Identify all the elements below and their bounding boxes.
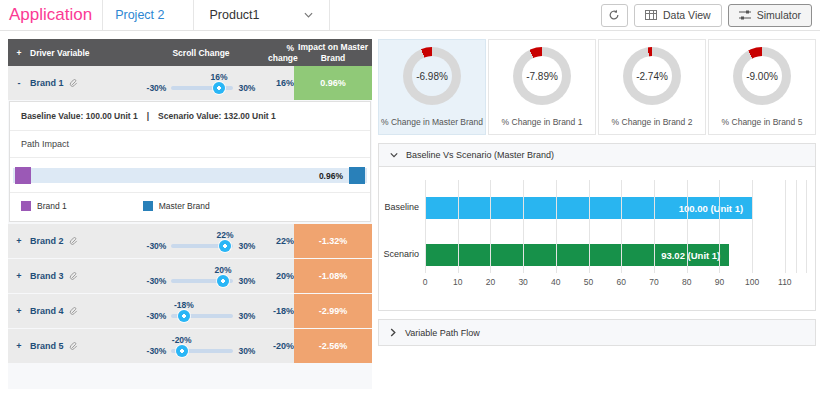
slider-max-label: 30%: [238, 311, 255, 321]
slider-handle[interactable]: [178, 310, 190, 322]
header-driver-variable: Driver Variable: [30, 48, 134, 58]
value-divider: |: [147, 111, 149, 121]
gridline: [556, 180, 557, 273]
path-impact-value: 0.96%: [319, 171, 343, 181]
donut-gauge: -6.98%: [403, 47, 461, 105]
gauge-label: % Change in Master Brand: [379, 117, 485, 127]
gauge-value: -6.98%: [412, 56, 452, 96]
gridline: [806, 180, 807, 273]
baseline-vs-scenario-header[interactable]: Baseline Vs Scenario (Master Brand): [379, 144, 815, 167]
gridline: [719, 180, 720, 273]
slider-handle[interactable]: [213, 82, 225, 94]
path-impact-bar[interactable]: 0.96%: [13, 168, 367, 183]
expand-row-icon[interactable]: +: [8, 224, 30, 258]
brand-1-detail-card: Baseline Value: 100.00 Unit 1 | Scenario…: [9, 101, 371, 222]
scroll-change-slider[interactable]: -20%: [171, 349, 233, 353]
project-link[interactable]: Project 2: [103, 8, 192, 22]
slider-value-bubble: 16%: [210, 72, 227, 82]
gauge-brand-2[interactable]: -2.74% % Change in Brand 2: [598, 39, 706, 135]
category-label-scenario: Scenario: [379, 249, 419, 259]
collapse-row-icon[interactable]: -: [8, 66, 30, 100]
header-scroll-change: Scroll Change: [134, 48, 268, 58]
product-select[interactable]: Product1: [193, 0, 330, 30]
brand-3-label: Brand 3: [30, 271, 64, 281]
slider-value-bubble: -20%: [172, 335, 192, 345]
results-panel: -6.98% % Change in Master Brand -7.89% %…: [378, 39, 816, 346]
refresh-icon: [608, 9, 620, 21]
gridline: [752, 180, 753, 273]
legend-label-brand-1: Brand 1: [37, 201, 67, 211]
slider-min-label: -30%: [147, 83, 167, 93]
gridline: [621, 180, 622, 273]
baseline-bar-label: 100.00 (Unit 1): [679, 203, 743, 214]
scroll-change-slider[interactable]: -18%: [171, 314, 233, 318]
path-impact-brand1-segment: [15, 167, 31, 184]
scroll-change-slider[interactable]: 22%: [171, 244, 233, 248]
slider-value-bubble: 22%: [217, 230, 234, 240]
expand-row-icon[interactable]: +: [8, 294, 30, 328]
gauge-cards: -6.98% % Change in Master Brand -7.89% %…: [378, 39, 816, 135]
impact-value: -1.32%: [294, 224, 372, 258]
slider-min-label: -30%: [147, 346, 167, 356]
gridline: [458, 180, 459, 273]
x-axis-tick: 10: [453, 277, 462, 287]
x-axis-tick: 80: [682, 277, 691, 287]
variable-path-flow-header[interactable]: Variable Path Flow: [378, 319, 816, 346]
gauge-brand-5[interactable]: -9.00% % Change in Brand 5: [708, 39, 816, 135]
driver-table-header: + Driver Variable Scroll Change % change…: [8, 39, 372, 66]
brand-4-label: Brand 4: [30, 306, 64, 316]
x-axis-tick: 60: [617, 277, 626, 287]
driver-row-brand-1: - Brand 1 -30% 16% 30% 16% 0.96%: [8, 66, 372, 100]
donut-gauge: -2.74%: [623, 47, 681, 105]
scroll-change-slider[interactable]: 16%: [171, 86, 233, 90]
refresh-button[interactable]: [601, 4, 628, 27]
header-pct-change: % change: [268, 43, 294, 63]
brand-2-label: Brand 2: [30, 236, 64, 246]
slider-max-label: 30%: [238, 83, 255, 93]
slider-handle[interactable]: [219, 240, 231, 252]
variable-path-flow-title: Variable Path Flow: [405, 328, 480, 338]
scenario-bar[interactable]: 93.02 (Unit 1): [425, 244, 729, 266]
slider-handle[interactable]: [217, 275, 229, 287]
link-icon: [69, 79, 78, 88]
x-axis-tick: 100: [745, 277, 759, 287]
pct-change-value: 16%: [268, 66, 294, 100]
path-impact-masterbrand-segment: [349, 167, 365, 184]
scenario-bar-label: 93.02 (Unit 1): [661, 250, 720, 261]
gauge-brand-1[interactable]: -7.89% % Change in Brand 1: [488, 39, 596, 135]
scroll-change-slider[interactable]: 20%: [171, 279, 233, 283]
data-view-button[interactable]: Data View: [634, 4, 722, 27]
gridline: [425, 180, 426, 273]
impact-value: -2.56%: [294, 329, 372, 363]
x-axis-tick: 30: [518, 277, 527, 287]
x-axis-tick: 0: [423, 277, 428, 287]
bar-chart: Baseline Scenario 100.00 (Unit 1) 93.02 …: [379, 167, 815, 310]
slider-handle[interactable]: [176, 345, 188, 357]
expand-all-icon[interactable]: +: [8, 48, 30, 58]
expand-row-icon[interactable]: +: [8, 329, 30, 363]
plot-area: Baseline Scenario 100.00 (Unit 1) 93.02 …: [425, 180, 811, 273]
x-axis-tick: 20: [486, 277, 495, 287]
expand-row-icon[interactable]: +: [8, 259, 30, 293]
driver-row-brand-3: + Brand 3 -30% 20% 30% 20% -1.08%: [8, 259, 372, 293]
link-icon: [69, 307, 78, 316]
brand-5-label: Brand 5: [30, 341, 64, 351]
simulator-page: Application Project 2 Product1 Data View…: [0, 0, 820, 400]
slider-max-label: 30%: [238, 346, 255, 356]
pct-change-value: -20%: [268, 329, 294, 363]
driver-variable-panel: + Driver Variable Scroll Change % change…: [8, 39, 372, 389]
path-impact-chart: 0.96%: [10, 158, 370, 193]
sliders-icon: [739, 10, 751, 20]
gridline: [796, 180, 797, 273]
x-axis-tick: 70: [649, 277, 658, 287]
simulator-button[interactable]: Simulator: [728, 4, 812, 27]
topbar: Application Project 2 Product1 Data View…: [0, 0, 820, 31]
chevron-right-icon: [390, 328, 396, 337]
gauge-master-brand[interactable]: -6.98% % Change in Master Brand: [378, 39, 486, 135]
path-impact-title: Path Impact: [10, 131, 370, 158]
slider-value-bubble: -18%: [174, 300, 194, 310]
baseline-vs-scenario-panel: Baseline Vs Scenario (Master Brand) Base…: [378, 143, 816, 311]
donut-gauge: -9.00%: [733, 47, 791, 105]
gauge-value: -7.89%: [522, 56, 562, 96]
simulator-label: Simulator: [757, 9, 801, 21]
